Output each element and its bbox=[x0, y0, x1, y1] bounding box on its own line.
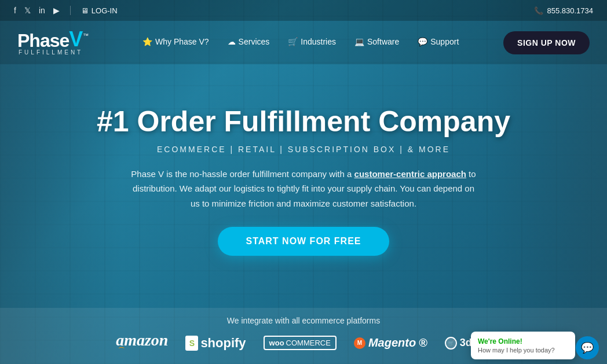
signup-button[interactable]: SIGN UP NOW bbox=[503, 31, 590, 54]
partners-label: We integrate with all ecommerce platform… bbox=[227, 316, 380, 325]
phone-icon: 📞 bbox=[534, 6, 543, 15]
shopify-logo: S shopify bbox=[185, 336, 246, 351]
commerce-text: COMMERCE bbox=[286, 339, 331, 347]
chat-widget: We're Online! How may I help you today? bbox=[471, 332, 575, 359]
chat-bubble-button[interactable]: 💬 bbox=[576, 336, 599, 359]
nav-software-label: Software bbox=[367, 37, 399, 46]
partners-logos: amazon ⌒ S shopify woo COMMERCE M Magent… bbox=[116, 331, 491, 355]
cart-icon: 🛒 bbox=[288, 37, 298, 46]
monitor-icon: 🖥 bbox=[81, 6, 89, 15]
woo-text: woo bbox=[269, 339, 284, 347]
amazon-logo: amazon ⌒ bbox=[116, 331, 168, 355]
login-label: LOG-IN bbox=[92, 6, 118, 15]
navbar: Phase V ™ FULFILLMENT ⭐ Why Phase V? ☁ S… bbox=[0, 21, 607, 64]
nav-why-phase-v[interactable]: ⭐ Why Phase V? bbox=[133, 21, 218, 64]
magento-text: Magento bbox=[368, 336, 416, 350]
facebook-icon[interactable]: f bbox=[14, 6, 16, 15]
woocommerce-logo: woo COMMERCE bbox=[264, 336, 337, 350]
hero-desc-text1: Phase V is the no-hassle order fulfillme… bbox=[131, 169, 354, 179]
chat-bubble-icon: 💬 bbox=[581, 341, 594, 354]
linkedin-icon[interactable]: in bbox=[39, 6, 45, 15]
login-button[interactable]: 🖥 LOG-IN bbox=[81, 6, 118, 15]
hero-desc-bold: customer-centric approach bbox=[354, 169, 466, 179]
nav-support-label: Support bbox=[430, 37, 459, 46]
hero-section: #1 Order Fulfillment Company ECOMMERCE |… bbox=[0, 58, 607, 308]
hero-description: Phase V is the no-hassle order fulfillme… bbox=[130, 167, 477, 211]
monitor-nav-icon: 💻 bbox=[354, 37, 364, 46]
cta-button[interactable]: START NOW FOR FREE bbox=[218, 227, 389, 256]
twitter-icon[interactable]: 𝕏 bbox=[24, 6, 31, 15]
top-bar: f 𝕏 in ▶ 🖥 LOG-IN 📞 855.830.1734 bbox=[0, 0, 607, 21]
nav-links: ⭐ Why Phase V? ☁ Services 🛒 Industries 💻… bbox=[133, 21, 503, 64]
hero-title: #1 Order Fulfillment Company bbox=[97, 106, 510, 138]
cloud-icon: ☁ bbox=[228, 37, 236, 46]
divider bbox=[70, 6, 71, 15]
magento-logo: M Magento® bbox=[354, 336, 427, 350]
speech-icon: 💬 bbox=[418, 37, 427, 46]
nav-services[interactable]: ☁ Services bbox=[218, 21, 279, 64]
nav-why-label: Why Phase V? bbox=[155, 37, 209, 46]
top-bar-left: f 𝕏 in ▶ 🖥 LOG-IN bbox=[14, 6, 118, 15]
star-icon: ⭐ bbox=[142, 37, 152, 46]
logo-tm: ™ bbox=[83, 32, 89, 39]
shopify-bag-icon: S bbox=[185, 336, 198, 351]
magento-icon: M bbox=[354, 337, 365, 349]
nav-support[interactable]: 💬 Support bbox=[408, 21, 468, 64]
nav-software[interactable]: 💻 Software bbox=[345, 21, 408, 64]
nav-industries[interactable]: 🛒 Industries bbox=[279, 21, 345, 64]
hero-subtitle: ECOMMERCE | RETAIL | SUBSCRIPTION BOX | … bbox=[157, 145, 450, 154]
logo-fulfillment: FULFILLMENT bbox=[19, 49, 83, 56]
nav-industries-label: Industries bbox=[301, 37, 336, 46]
chat-message: How may I help you today? bbox=[478, 347, 568, 354]
chat-online-label: We're Online! bbox=[478, 337, 568, 345]
logo-v: V bbox=[69, 29, 83, 50]
3dcart-icon: 🛒 bbox=[445, 337, 457, 350]
logo[interactable]: Phase V ™ FULFILLMENT bbox=[17, 30, 110, 56]
top-bar-right: 📞 855.830.1734 bbox=[534, 6, 593, 15]
youtube-icon[interactable]: ▶ bbox=[53, 6, 60, 15]
logo-phase: Phase bbox=[17, 30, 69, 52]
shopify-text: shopify bbox=[200, 336, 246, 351]
phone-number: 855.830.1734 bbox=[547, 6, 593, 15]
nav-services-label: Services bbox=[239, 37, 270, 46]
